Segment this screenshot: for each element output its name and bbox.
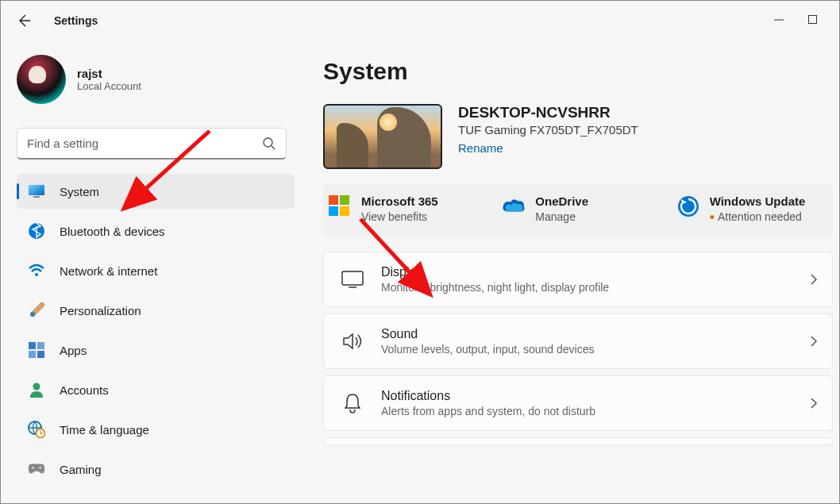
svg-rect-19 [329, 195, 338, 205]
profile-account-type: Local Account [77, 80, 141, 92]
sidebar-item-label: Apps [60, 344, 87, 357]
card-title: Microsoft 365 [361, 194, 438, 208]
chevron-right-icon [810, 397, 818, 410]
list-item-desc: Volume levels, output, input, sound devi… [381, 343, 792, 356]
svg-point-18 [39, 467, 41, 469]
globe-clock-icon [28, 421, 45, 438]
svg-rect-1 [809, 16, 817, 24]
display-icon [341, 269, 364, 290]
sidebar-item-apps[interactable]: Apps [17, 333, 295, 367]
gamepad-icon [28, 460, 45, 478]
sidebar: rajst Local Account System Bluetooth [1, 39, 295, 503]
nav-list: System Bluetooth & devices Network & int… [17, 174, 295, 491]
sidebar-item-accounts[interactable]: Accounts [17, 372, 295, 407]
profile-username: rajst [77, 67, 141, 80]
svg-point-9 [30, 312, 35, 317]
monitor-icon [28, 183, 45, 200]
svg-rect-5 [29, 185, 44, 195]
card-windows-update[interactable]: Windows Update •Attention needed [676, 194, 819, 223]
sidebar-item-bluetooth[interactable]: Bluetooth & devices [17, 214, 295, 248]
search-input[interactable] [27, 137, 262, 150]
search-icon [262, 137, 276, 151]
svg-line-3 [272, 146, 275, 149]
svg-rect-20 [340, 195, 349, 205]
apps-icon [28, 341, 45, 359]
card-subtitle: Manage [535, 210, 588, 223]
maximize-button[interactable] [807, 14, 819, 25]
avatar [17, 55, 66, 104]
svg-rect-10 [29, 342, 36, 349]
update-icon [676, 194, 700, 218]
device-name: DESKTOP-NCVSHRR [458, 104, 638, 121]
svg-rect-11 [37, 342, 44, 349]
card-microsoft-365[interactable]: Microsoft 365 View benefits [328, 194, 470, 223]
microsoft-icon [328, 194, 352, 218]
minimize-button[interactable] [774, 14, 785, 25]
device-info: DESKTOP-NCVSHRR TUF Gaming FX705DT_FX705… [323, 104, 838, 169]
svg-point-14 [33, 383, 40, 391]
sidebar-item-time-language[interactable]: Time & language [17, 412, 295, 447]
sidebar-item-system[interactable]: System [17, 174, 295, 209]
person-icon [28, 381, 45, 398]
list-item-desc: Monitors, brightness, night light, displ… [381, 281, 792, 294]
list-item-title: Display [381, 265, 792, 279]
list-item-desc: Alerts from apps and system, do not dist… [381, 405, 792, 417]
cloud-icon [502, 194, 526, 218]
sidebar-item-label: System [60, 185, 99, 198]
sidebar-item-label: Personalization [60, 304, 141, 317]
sidebar-item-personalization[interactable]: Personalization [17, 293, 295, 328]
card-subtitle: •Attention needed [710, 210, 806, 223]
svg-point-8 [35, 273, 38, 276]
brush-icon [28, 302, 45, 319]
list-item-title: Notifications [381, 389, 792, 403]
chevron-right-icon [810, 335, 818, 348]
sidebar-item-label: Accounts [60, 383, 109, 397]
svg-rect-22 [340, 206, 349, 216]
list-item-display[interactable]: Display Monitors, brightness, night ligh… [323, 252, 833, 307]
card-title: Windows Update [710, 194, 806, 208]
settings-list: Display Monitors, brightness, night ligh… [323, 252, 833, 445]
sidebar-item-gaming[interactable]: Gaming [17, 452, 295, 487]
svg-rect-21 [329, 206, 338, 216]
card-subtitle: View benefits [361, 210, 438, 223]
device-model: TUF Gaming FX705DT_FX705DT [458, 123, 638, 137]
title-bar [1, 1, 839, 39]
profile-block[interactable]: rajst Local Account [17, 55, 295, 104]
wifi-icon [28, 262, 45, 279]
device-thumbnail [323, 104, 442, 169]
bluetooth-icon [28, 222, 45, 240]
svg-rect-24 [342, 271, 363, 285]
main-content: System DESKTOP-NCVSHRR TUF Gaming FX705D… [295, 39, 839, 503]
sidebar-item-label: Network & internet [60, 264, 157, 278]
bell-icon [341, 393, 364, 414]
card-onedrive[interactable]: OneDrive Manage [502, 194, 644, 223]
list-item-partial[interactable] [323, 437, 833, 445]
svg-rect-6 [33, 196, 40, 198]
sidebar-item-label: Time & language [60, 423, 149, 437]
list-item-title: Sound [381, 327, 792, 341]
svg-rect-12 [29, 351, 36, 358]
card-title: OneDrive [535, 194, 588, 208]
list-item-notifications[interactable]: Notifications Alerts from apps and syste… [323, 375, 833, 431]
svg-point-17 [32, 467, 34, 469]
app-title: Settings [54, 14, 98, 27]
back-button[interactable] [16, 13, 32, 29]
list-item-sound[interactable]: Sound Volume levels, output, input, soun… [323, 314, 833, 369]
rename-link[interactable]: Rename [458, 141, 503, 155]
page-title: System [323, 58, 838, 85]
svg-rect-13 [37, 351, 44, 358]
svg-point-2 [264, 138, 272, 147]
sidebar-item-label: Bluetooth & devices [60, 225, 165, 238]
chevron-right-icon [810, 273, 818, 286]
sidebar-item-network[interactable]: Network & internet [17, 253, 295, 288]
sound-icon [341, 331, 364, 352]
sidebar-item-label: Gaming [60, 463, 102, 476]
search-box[interactable] [17, 128, 287, 160]
status-cards: Microsoft 365 View benefits OneDrive Man… [323, 183, 833, 237]
